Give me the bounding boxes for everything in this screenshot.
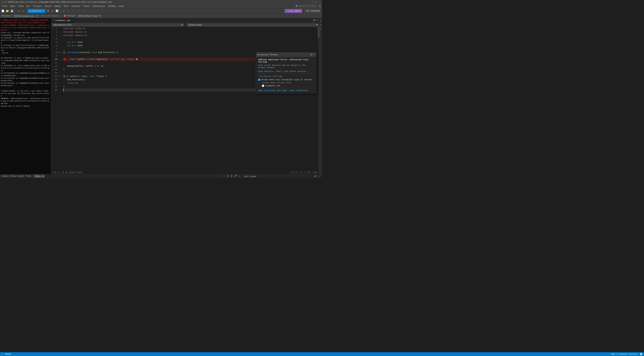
file-context-bar: Miscellaneous Files › (Global Scope) xyxy=(51,23,319,27)
menu-test[interactable]: Test xyxy=(62,5,70,8)
minimize-button[interactable]: — xyxy=(311,0,314,3)
terminal-summary-line: SUMMARY: AddressSanitizer: allocation-si… xyxy=(1,97,50,105)
context-sep: › xyxy=(184,24,186,26)
scope-select[interactable]: (Global Scope) xyxy=(187,23,318,26)
menu-build[interactable]: Build xyxy=(44,5,53,8)
maximize-button[interactable]: □ xyxy=(314,0,317,3)
menu-analyze[interactable]: Analyze xyxy=(70,5,82,8)
save-btn[interactable]: 💾 xyxy=(10,9,14,13)
exception-close-btn[interactable]: ✕ xyxy=(313,54,314,56)
search-box[interactable]: 🔍 Search (Ctrl+Q) xyxy=(294,4,317,8)
crlf-indicator: CRLF xyxy=(313,172,318,174)
close-button[interactable]: ✕ xyxy=(318,0,320,3)
output-panel: Output Show output from: Debug ≡ ⧉ 🗑 📌 ✕… xyxy=(0,174,242,178)
callstack-panel-header: Call Stack 📌 ✕ xyxy=(242,174,322,178)
live-share-button[interactable]: ↗ Live Share xyxy=(285,9,302,13)
start-live-share-link[interactable]: Start Live Share session... xyxy=(276,70,310,72)
pin-editor-btn[interactable]: 📌 xyxy=(312,19,316,22)
open-btn[interactable]: 📂 xyxy=(5,9,10,13)
copy-details-link[interactable]: Copy Details xyxy=(258,70,273,72)
line-num-10: 10 xyxy=(51,57,57,61)
step-out-btn[interactable]: ↑ xyxy=(71,9,75,13)
terminal-line-10: #6 0x774475c3 (C:\WINDOWS\SYSTEM32\ntdll… xyxy=(1,82,50,87)
git-changes-sidebar-item[interactable]: GC xyxy=(320,27,322,31)
solution-explorer-sidebar-item[interactable]: SE xyxy=(320,19,322,23)
exception-error-title: Address Sanitizer Error: allocation-size… xyxy=(258,58,314,63)
output-copy-btn[interactable]: ⧉ xyxy=(226,175,229,178)
toolbar-sep-2 xyxy=(26,9,26,13)
menu-file[interactable]: File xyxy=(1,5,9,8)
menu-debug[interactable]: Debug xyxy=(53,5,62,8)
lifecycle-label: Lifecycle Events xyxy=(40,15,60,17)
step-into-btn[interactable]: ↓ xyxy=(66,9,70,13)
breakpoint-dot-10[interactable] xyxy=(63,58,66,60)
scrollbar-thumb[interactable] xyxy=(318,27,319,38)
output-source-select[interactable]: Debug xyxy=(33,175,45,178)
link-separator: | xyxy=(274,70,275,72)
callstack-close-btn[interactable]: ✕ xyxy=(318,175,320,178)
callstack-pin-btn[interactable]: 📌 xyxy=(314,175,317,178)
line-num-7: 7 xyxy=(51,47,57,51)
menu-view[interactable]: View xyxy=(17,5,25,8)
forward-btn[interactable]: → xyxy=(82,9,86,13)
process-select[interactable]: [20916] example1.exe xyxy=(12,14,39,17)
team-explorer-sidebar-item[interactable]: TE xyxy=(320,23,322,27)
break-when-checkbox[interactable] xyxy=(258,79,260,81)
file-context-select[interactable]: Miscellaneous Files xyxy=(52,23,184,26)
terminal-line-6: #2 0xb211d7 in main C:\MSDN\cpp-docs-pr\… xyxy=(1,57,50,64)
step-over-btn[interactable]: ↷ xyxy=(62,9,66,13)
continue-dropdown-icon: ▾ xyxy=(42,10,44,12)
terminal-line-2: zones etc.) exceeds maximum supported si… xyxy=(1,31,50,36)
line-num-6: 6 xyxy=(51,44,57,47)
menu-git[interactable]: Git xyxy=(25,5,32,8)
collapse-18 xyxy=(59,85,62,88)
menu-project[interactable]: Project xyxy=(32,5,44,8)
menu-help[interactable]: Help xyxy=(117,5,125,8)
ln-indicator: Ln: 19 xyxy=(290,172,297,174)
tab-example1-cpp[interactable]: C example1.cpp × xyxy=(51,18,75,23)
settings-collapse-icon[interactable]: ▾ xyxy=(258,75,260,77)
collapse-box-8[interactable]: − xyxy=(63,51,66,54)
output-pin-btn[interactable]: 📌 xyxy=(234,175,237,178)
editor-settings-btn[interactable]: ⚙ xyxy=(316,19,318,22)
output-clear-btn[interactable]: 🗑 xyxy=(230,175,233,178)
restart-btn[interactable]: 🔄 xyxy=(55,9,59,13)
edit-conditions-link[interactable]: Edit Conditions xyxy=(290,89,308,92)
editor-scrollbar[interactable] xyxy=(318,27,319,171)
line-numbers: 1 2 3 4 5 6 7 8 9 10 11 12 13 14 15 16 1… xyxy=(51,27,59,171)
example-exe-checkbox[interactable] xyxy=(262,85,264,87)
zoom-level[interactable]: 111 % xyxy=(53,172,58,174)
menu-extensions[interactable]: Extensions xyxy=(91,5,107,8)
menu-window[interactable]: Window xyxy=(107,5,117,8)
pause-btn[interactable]: ⏸ xyxy=(46,9,50,13)
collapse-2 xyxy=(59,30,62,34)
open-exception-settings-link[interactable]: Open Exception Settings xyxy=(258,89,287,92)
int-preview-button[interactable]: INT PREVIEW xyxy=(304,9,321,13)
collapse-8[interactable]: ⊟ xyxy=(59,51,62,54)
title-bar-controls[interactable]: — □ ✕ xyxy=(311,0,320,3)
terminal-error-line: ==20916==ERROR: AddressSanitizer: reques… xyxy=(1,24,50,32)
line-num-4: 4 xyxy=(51,37,57,40)
stop-btn[interactable]: ■ xyxy=(50,9,54,13)
continue-button[interactable]: ▶ Continue ▾ xyxy=(28,9,46,13)
back-btn[interactable]: ← xyxy=(77,9,82,13)
break-when-label: Break when this exception type is thrown xyxy=(262,79,312,81)
new-file-btn[interactable]: 📄 xyxy=(1,9,5,13)
output-wrap-btn[interactable]: ≡ xyxy=(222,175,226,178)
terminal-empty-2 xyxy=(1,87,50,90)
output-close-btn[interactable]: ✕ xyxy=(238,175,241,178)
exception-settings-header-row: ▾ Exception Settings xyxy=(258,75,314,77)
collapse-box-15[interactable]: − xyxy=(63,75,66,78)
exception-pin-btn[interactable]: 📌 xyxy=(310,54,312,56)
menu-tools[interactable]: Tools xyxy=(82,5,91,8)
menu-edit[interactable]: Edit xyxy=(9,5,17,8)
collapse-15[interactable]: ⊟ xyxy=(59,75,62,78)
thread-select[interactable]: [46012] Main Thread xyxy=(76,14,102,17)
undo-btn[interactable]: ↩ xyxy=(16,9,21,13)
code-line-6: int y = 1000; xyxy=(63,44,316,47)
redo-btn[interactable]: ↪ xyxy=(21,9,25,13)
callstack-panel-actions: 📌 ✕ xyxy=(314,175,320,178)
except-when-label: Except when thrown from: xyxy=(262,82,314,84)
line-num-18: 18 xyxy=(51,85,57,88)
tab-close-btn[interactable]: × xyxy=(72,19,72,21)
